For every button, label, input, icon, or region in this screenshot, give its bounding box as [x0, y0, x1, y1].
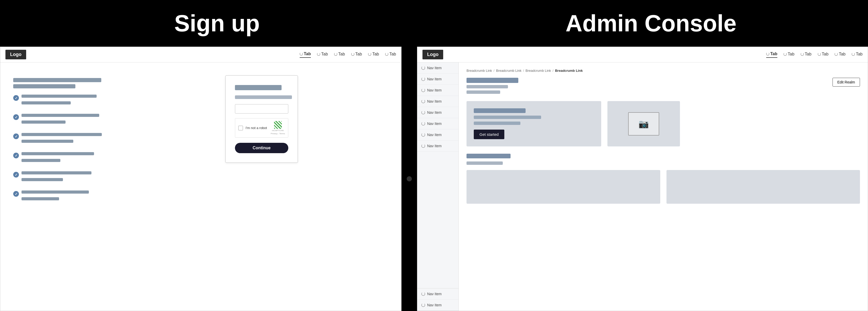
feature-list	[13, 94, 122, 202]
page-header: Edit Realm	[466, 78, 860, 94]
get-started-button[interactable]: Get started	[474, 130, 504, 139]
sidebar-item-5[interactable]: Nav Item	[417, 107, 459, 118]
feature-bar-5a	[22, 171, 91, 174]
sidebar-bottom-icon-1	[422, 292, 425, 296]
feature-bar-3a	[22, 133, 102, 136]
admin-tab-3[interactable]: Tab	[801, 52, 811, 58]
section-sublabel-bar	[466, 162, 503, 165]
feature-text-1	[22, 94, 97, 107]
signup-feature-list	[13, 73, 122, 300]
breadcrumb-sep-2: /	[523, 69, 524, 73]
check-icon-6	[13, 191, 19, 197]
admin-tab-icon-1	[766, 52, 769, 55]
image-icon: 📷	[639, 119, 649, 129]
signup-email-input[interactable]	[235, 104, 288, 114]
check-icon-4	[13, 153, 19, 158]
signup-panel: Logo Tab Tab Tab Tab	[0, 47, 402, 311]
card-image-placeholder: 📷	[608, 101, 680, 146]
sidebar-icon-7	[422, 133, 425, 137]
sidebar-icon-4	[422, 100, 425, 103]
card-get-started: Get started	[466, 101, 601, 146]
admin-tab-1[interactable]: Tab	[766, 52, 777, 58]
signup-logo-button[interactable]: Logo	[5, 50, 26, 59]
signup-tab-3[interactable]: Tab	[334, 52, 345, 58]
admin-navbar: Logo Tab Tab Tab Tab	[417, 47, 868, 62]
feature-text-4	[22, 152, 94, 164]
sidebar-item-6[interactable]: Nav Item	[417, 118, 459, 129]
sidebar-item-2[interactable]: Nav Item	[417, 74, 459, 85]
breadcrumb-link-4[interactable]: Breadcrumb Link	[555, 69, 583, 73]
feature-bar-2a	[22, 114, 99, 117]
breadcrumb: Breadcrumb Link / Breadcrumb Link / Brea…	[466, 69, 860, 73]
sidebar-item-1[interactable]: Nav Item	[417, 62, 459, 74]
captcha-sub: Privacy - Terms	[271, 133, 285, 135]
captcha-logo: reCAPTCHA Privacy - Terms	[271, 121, 285, 135]
feature-item-2	[13, 114, 122, 126]
signup-tab-6[interactable]: Tab	[385, 52, 396, 58]
signup-tab-1[interactable]: Tab	[300, 52, 311, 58]
signup-headline-bar-1	[13, 78, 101, 82]
admin-tab-icon-3	[801, 53, 804, 56]
admin-tab-icon-5	[835, 53, 838, 56]
admin-content: Nav Item Nav Item Nav Item Nav Item	[417, 62, 868, 311]
signup-tab-5[interactable]: Tab	[368, 52, 379, 58]
bottom-card-1	[466, 170, 660, 204]
admin-main-content: Breadcrumb Link / Breadcrumb Link / Brea…	[459, 62, 868, 311]
admin-title: Admin Console	[434, 10, 868, 37]
feature-bar-6a	[22, 191, 89, 194]
page-header-left	[466, 78, 518, 94]
breadcrumb-sep-3: /	[553, 69, 554, 73]
admin-tab-4[interactable]: Tab	[818, 52, 829, 58]
page-title-bar	[466, 78, 518, 83]
feature-bar-4b	[22, 159, 60, 162]
image-placeholder: 📷	[628, 112, 659, 136]
sidebar-icon-6	[422, 122, 425, 125]
sidebar-bottom-item-2[interactable]: Nav Item	[417, 300, 459, 311]
sidebar-icon-3	[422, 88, 425, 92]
captcha-widget: I'm not a robot reCAPTCHA Privacy - Term…	[235, 118, 288, 138]
captcha-checkbox[interactable]	[238, 126, 243, 130]
breadcrumb-link-2[interactable]: Breadcrumb Link	[496, 69, 521, 73]
sidebar-item-3[interactable]: Nav Item	[417, 85, 459, 96]
admin-nav-tabs: Tab Tab Tab Tab Tab	[766, 52, 863, 58]
admin-tab-5[interactable]: Tab	[835, 52, 845, 58]
continue-button[interactable]: Continue	[235, 143, 288, 153]
tab-icon-4	[351, 53, 354, 56]
signup-content: I'm not a robot reCAPTCHA Privacy - Term…	[0, 62, 401, 311]
tab-icon-6	[385, 53, 388, 56]
admin-sidebar: Nav Item Nav Item Nav Item Nav Item	[417, 62, 459, 311]
signup-headline-bar-2	[13, 84, 75, 88]
feature-bar-1a	[22, 94, 97, 98]
admin-logo-button[interactable]: Logo	[423, 50, 443, 59]
tab-icon-2	[317, 53, 320, 56]
form-title-placeholder	[235, 85, 282, 90]
sidebar-item-8[interactable]: Nav Item	[417, 140, 459, 151]
edit-realm-button[interactable]: Edit Realm	[833, 78, 860, 87]
section-label-bar	[466, 154, 510, 158]
breadcrumb-link-1[interactable]: Breadcrumb Link	[466, 69, 492, 73]
admin-tab-2[interactable]: Tab	[783, 52, 795, 58]
card-title-bar	[474, 108, 526, 113]
sidebar-icon-2	[422, 77, 425, 81]
feature-text-3	[22, 133, 102, 145]
bottom-card-grid	[466, 170, 860, 204]
tab-icon-5	[368, 53, 371, 56]
feature-bar-1b	[22, 101, 71, 105]
signup-navbar: Logo Tab Tab Tab Tab	[0, 47, 401, 62]
feature-bar-2b	[22, 120, 65, 123]
sidebar-nav-bottom: Nav Item Nav Item	[417, 288, 459, 311]
signup-nav-tabs: Tab Tab Tab Tab Tab	[300, 52, 396, 58]
signup-form-card: I'm not a robot reCAPTCHA Privacy - Term…	[225, 76, 298, 163]
admin-tab-icon-6	[852, 53, 855, 56]
sidebar-icon-5	[422, 111, 425, 114]
sidebar-item-4[interactable]: Nav Item	[417, 96, 459, 107]
signup-tab-4[interactable]: Tab	[351, 52, 362, 58]
breadcrumb-link-3[interactable]: Breadcrumb Link	[526, 69, 551, 73]
admin-tab-6[interactable]: Tab	[852, 52, 863, 58]
feature-bar-3b	[22, 140, 73, 143]
feature-item-4	[13, 152, 122, 164]
signup-tab-2[interactable]: Tab	[317, 52, 328, 58]
sidebar-item-7[interactable]: Nav Item	[417, 129, 459, 140]
sidebar-bottom-item-1[interactable]: Nav Item	[417, 288, 459, 300]
check-icon-2	[13, 114, 19, 120]
